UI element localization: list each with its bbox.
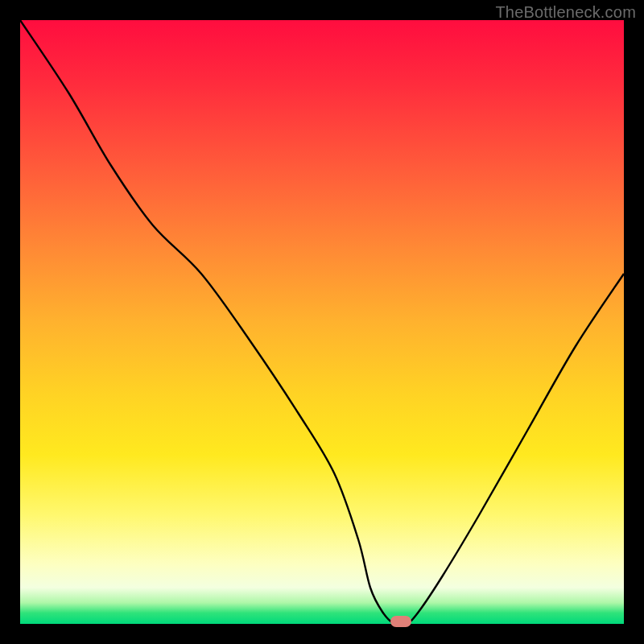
min-marker <box>390 616 411 627</box>
chart-plot-area <box>20 20 624 624</box>
watermark-text: TheBottleneck.com <box>495 3 636 22</box>
chart-frame: TheBottleneck.com <box>0 0 644 644</box>
bottleneck-curve <box>20 20 624 624</box>
curve-path <box>20 20 624 624</box>
